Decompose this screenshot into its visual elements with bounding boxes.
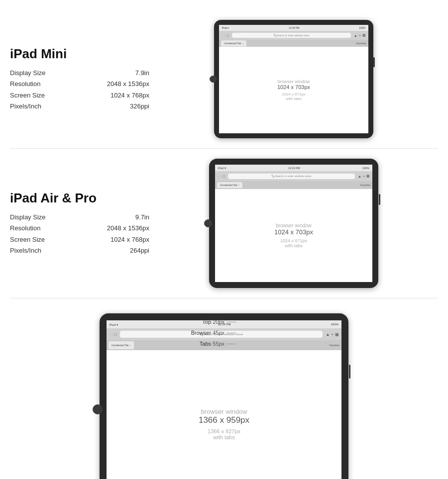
ipad-label: iPad ▾ <box>110 323 118 326</box>
forward-button[interactable]: › <box>220 175 221 178</box>
ipad-mini-specs: iPad Mini Display Size 7.9in Resolution … <box>10 46 149 111</box>
spec-row: Screen Size 1024 x 768px <box>10 90 149 101</box>
ann-browser-label: Browser <box>191 327 211 338</box>
tab-favorites: Favorites <box>356 42 366 45</box>
status-bar: iPad ▾ 12:24 PM 100% <box>215 165 372 171</box>
ann-tabs-label: Tabs <box>200 338 211 349</box>
home-button <box>204 219 212 227</box>
tab-label: Unselected Tab <box>112 344 128 347</box>
add-tab-icon[interactable]: + <box>363 175 365 178</box>
browser-window-label: browser window <box>201 408 247 415</box>
tabs-bar: Unselected Tab ✕ Favorites <box>215 181 372 189</box>
browser-dim-sub: 1366 x 927px with tabs <box>208 428 240 440</box>
address-bar[interactable]: 🔍 Search or enter website name <box>232 33 351 38</box>
side-button <box>373 57 375 67</box>
home-button <box>210 76 217 83</box>
content-area: browser window 1024 x 703px 1024 x 671px… <box>219 47 368 133</box>
browser-dim-main: 1024 x 703px <box>277 84 310 90</box>
spec-value: 1024 x 768px <box>111 234 149 245</box>
spec-row: Pixels/Inch 326ppi <box>10 101 149 112</box>
browser-dim-sub: 1024 x 671px with tabs <box>282 92 306 101</box>
browser-dim-sub: 1024 x 671px with tabs <box>280 238 307 248</box>
ipad-air-title: iPad Air & Pro <box>10 191 149 206</box>
spec-label: Screen Size <box>10 90 45 101</box>
content-area: browser window 1024 x 703px 1024 x 671px… <box>215 189 372 282</box>
ipad-air-device-wrapper: iPad ▾ 12:24 PM 100% ‹ › □ 🔍 Search <box>149 159 438 288</box>
tab-close-icon[interactable]: ✕ <box>242 42 243 45</box>
browser-dim-main: 1366 x 959px <box>199 415 249 425</box>
spec-value: 7.9in <box>135 68 149 79</box>
ann-top-value: 20px <box>213 316 224 327</box>
back-button[interactable]: ‹ <box>218 175 219 178</box>
spec-label: Pixels/Inch <box>10 245 41 256</box>
tab-item[interactable]: Unselected Tab ✕ <box>221 40 246 46</box>
back-button[interactable]: ‹ <box>109 333 110 336</box>
browser-toolbar[interactable]: ‹ › □ 🔍 Search or enter website name ▲ +… <box>215 171 372 181</box>
search-icon: 🔍 <box>271 175 275 178</box>
spec-value: 264ppi <box>130 245 149 256</box>
spec-label: Resolution <box>10 79 40 90</box>
address-text: Search or enter website name <box>275 175 311 178</box>
spec-label: Display Size <box>10 212 46 223</box>
tab-item[interactable]: Unselected Tab ✕ <box>217 182 242 189</box>
address-bar[interactable]: 🔍 Search or enter website name <box>228 174 355 179</box>
ann-browser-value: 45px <box>213 327 224 338</box>
forward-button[interactable]: › <box>224 34 225 37</box>
spec-row: Resolution 2048 x 1536px <box>10 223 149 234</box>
annotation-top: Top 20px <box>191 316 236 327</box>
tabs-icon[interactable]: ▦ <box>366 174 370 178</box>
annotation-tabs: Tabs 55px <box>191 338 236 349</box>
tab-label: Unselected Tab <box>220 184 237 187</box>
battery-label: 100% <box>331 323 338 326</box>
add-tab-icon[interactable]: + <box>331 332 334 337</box>
ipad-mini-screen: iPad ▾ 12:34 PM 100% ‹ › □ 🔍 Search <box>219 25 368 133</box>
back-button[interactable]: ‹ <box>222 34 223 37</box>
annotation-list: Top 20px Browser 45px Tabs 55px <box>191 316 236 349</box>
ann-top-line <box>226 322 236 322</box>
browser-toolbar[interactable]: ‹ › □ 🔍 Search or enter website name ▲ +… <box>219 31 368 40</box>
tab-label: Unselected Tab <box>224 42 241 45</box>
share-icon[interactable]: ▲ <box>354 34 357 37</box>
spec-value: 2048 x 1536px <box>107 223 149 234</box>
browser-window-label: browser window <box>276 223 312 228</box>
ipad-air-specs-table: Display Size 9.7in Resolution 2048 x 153… <box>10 212 149 256</box>
bookmarks-icon[interactable]: □ <box>114 332 117 337</box>
status-time: 12:34 PM <box>289 26 299 29</box>
spec-value: 2048 x 1536px <box>107 79 149 90</box>
share-icon[interactable]: ▲ <box>358 175 361 178</box>
spec-row: Display Size 7.9in <box>10 68 149 79</box>
page-layout: iPad Mini Display Size 7.9in Resolution … <box>0 0 448 479</box>
spec-label: Display Size <box>10 68 46 79</box>
battery-label: 100% <box>359 26 365 29</box>
spec-value: 9.7in <box>135 212 149 223</box>
ann-browser-line <box>226 333 236 333</box>
ipad-mini-title: iPad Mini <box>10 46 149 62</box>
tabs-icon[interactable]: ▦ <box>335 332 339 337</box>
status-left: iPad ▾ <box>218 167 226 170</box>
status-right: 100% <box>362 167 369 170</box>
browser-window-label: browser window <box>278 79 310 84</box>
ann-tabs-value: 55px <box>213 338 224 349</box>
forward-button[interactable]: › <box>112 333 112 336</box>
content-area: browser window 1366 x 959px 1366 x 927px… <box>107 350 341 479</box>
tab-close-icon[interactable]: ✕ <box>238 184 239 186</box>
large-top-area: Top 20px Browser 45px Tabs 55px <box>10 308 438 479</box>
share-icon[interactable]: ▲ <box>326 332 330 337</box>
tab-favorites: Favorites <box>329 344 339 347</box>
annotation-block: Top 20px Browser 45px Tabs 55px <box>191 316 236 349</box>
add-tab-icon[interactable]: + <box>359 34 361 37</box>
status-time: 12:24 PM <box>288 167 300 170</box>
side-button <box>379 194 380 205</box>
ipad-air-screen: iPad ▾ 12:24 PM 100% ‹ › □ 🔍 Search <box>215 165 372 282</box>
tabs-icon[interactable]: ▦ <box>362 33 366 37</box>
tab-item[interactable]: Unselected Tab ✕ <box>109 341 134 349</box>
bookmarks-icon[interactable]: □ <box>227 34 229 37</box>
bookmarks-icon[interactable]: □ <box>223 175 225 178</box>
tab-favorites: Favorites <box>360 184 370 187</box>
tab-close-icon[interactable]: ✕ <box>129 344 131 347</box>
spec-label: Resolution <box>10 223 40 234</box>
ipad-mini-section: iPad Mini Display Size 7.9in Resolution … <box>0 10 448 148</box>
ipad-air-section: iPad Air & Pro Display Size 9.7in Resolu… <box>0 149 448 298</box>
ipad-mini-device-wrapper: iPad ▾ 12:34 PM 100% ‹ › □ 🔍 Search <box>149 20 438 138</box>
status-right: 100% <box>359 26 365 29</box>
